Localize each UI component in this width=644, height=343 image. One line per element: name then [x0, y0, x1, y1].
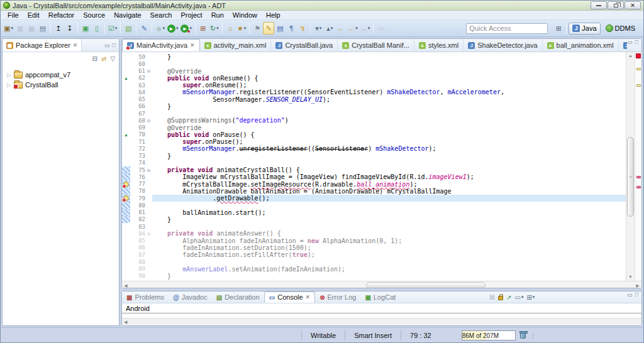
sdk-manager-button[interactable]: ▣ [80, 22, 91, 35]
horizontal-scrollbar[interactable]: ◀ ▶ [122, 281, 641, 288]
menu-refactor[interactable]: Refactor [44, 11, 79, 19]
code-line-61[interactable]: 61⊖ @Override [122, 68, 626, 75]
fold-collapse-icon[interactable]: ⊖ [145, 167, 152, 173]
prev-annotation-button[interactable]: ▴▾ [324, 22, 335, 35]
forward-history-button[interactable]: →▾ [359, 22, 372, 35]
minimize-view-icon[interactable]: ▭ [104, 42, 110, 48]
mark-occurrences-button[interactable]: ✎ [263, 22, 274, 35]
editor-tab-crystalball-manif-[interactable]: xCrystalBall Manif... [338, 39, 414, 52]
error-quickfix-icon[interactable] [123, 195, 129, 201]
scroll-lock-button[interactable] [498, 294, 503, 300]
warning-marker[interactable] [636, 84, 641, 87]
close-icon[interactable]: ✕ [190, 42, 195, 48]
scroll-right-icon[interactable]: ▶ [634, 281, 641, 288]
menu-source[interactable]: Source [79, 11, 109, 19]
tab-problems[interactable]: ▦Problems [122, 291, 169, 303]
menu-search[interactable]: Search [146, 11, 177, 19]
code-line-73[interactable]: 73 } [122, 153, 626, 160]
pin-console-button[interactable]: ↗ [506, 294, 511, 301]
code-line-71[interactable]: 71 super.onPause(); [122, 138, 626, 145]
code-line-79[interactable]: 79 .getDrawable(); [122, 195, 626, 202]
debug-button[interactable]: ☼▾ [154, 22, 166, 35]
vertical-scrollbar-thumb[interactable]: ≡ [627, 137, 634, 217]
next-annotation-button[interactable]: ▾▾ [313, 22, 324, 35]
tab-javadoc[interactable]: @Javadoc [169, 291, 212, 303]
perspective-ddms-button[interactable]: DDMS [602, 23, 639, 35]
restore-button[interactable] [608, 1, 624, 9]
back-history-button[interactable]: ←▾ [347, 22, 359, 35]
horizontal-scrollbar-thumb[interactable] [366, 282, 486, 288]
tab-declaration[interactable]: ▤Declaration [212, 291, 264, 303]
code-line-90[interactable]: 90 } [122, 273, 626, 280]
code-line-84[interactable]: 84⊖ private void animateAnswer() { [122, 230, 626, 237]
fold-collapse-icon[interactable]: ⊖ [145, 68, 152, 74]
tab-package-explorer[interactable]: ▦ Package Explorer ✕ [3, 39, 82, 52]
code-line-66[interactable]: 66 } [122, 103, 626, 110]
verify-toggle-button[interactable]: ☑▾ [107, 22, 118, 35]
code-line-83[interactable]: 83 [122, 223, 626, 230]
code-line-88[interactable]: 88 [122, 258, 626, 265]
code-line-82[interactable]: 82 } [122, 216, 626, 223]
maximize-view-icon[interactable]: □ [113, 42, 116, 48]
new-java-project-button[interactable]: ⊞ [197, 22, 209, 35]
code-line-85[interactable]: 85 AlphaAnimation fadeInAnimation = new … [122, 237, 626, 244]
code-line-77[interactable]: 77 mCrystalBallImage.setImageResource(R.… [122, 181, 626, 188]
avd-manager-button[interactable]: ▯ [91, 22, 103, 35]
error-quickfix-icon[interactable] [123, 182, 129, 187]
display-selected-console-button[interactable]: ▭▾ [514, 294, 523, 301]
code-line-81[interactable]: 81 ballAnimation.start(); [122, 209, 626, 216]
fold-collapse-icon[interactable]: ⊖ [145, 231, 152, 237]
fold-collapse-icon[interactable]: ⊖ [145, 117, 152, 124]
expand-arrow-icon[interactable]: ▷ [6, 82, 11, 88]
expand-arrow-icon[interactable]: ▷ [6, 72, 11, 78]
code-line-89[interactable]: 89 mAnswerLabel.setAnimation(fadeInAnima… [122, 266, 626, 273]
open-console-button[interactable]: ⊞▾ [526, 294, 535, 301]
warning-marker[interactable] [636, 68, 641, 70]
close-icon[interactable]: ✕ [73, 42, 78, 48]
quick-access-input[interactable] [466, 23, 548, 34]
code-line-75[interactable]: 75⊖ private void animateCrystalBall() { [122, 166, 626, 173]
minimize-view-icon[interactable]: ▭ [627, 291, 633, 303]
code-line-62[interactable]: ▲62 public void onResume() { [122, 75, 626, 82]
close-icon[interactable]: ✕ [306, 294, 311, 300]
collapse-all-icon[interactable]: ⊟ [92, 55, 97, 62]
tab-console[interactable]: ▭Console✕ [264, 291, 315, 303]
minimize-button[interactable] [591, 1, 607, 9]
new-android-xml-button[interactable]: ▧ [123, 22, 134, 35]
code-line-64[interactable]: 64 mSensorManager.registerListener((Sens… [122, 89, 626, 95]
editor-tab-ball-animation-xml[interactable]: xball_animation.xml [543, 39, 619, 52]
open-perspective-button[interactable]: ⊞ [553, 22, 564, 35]
export-signed-package-button[interactable]: ↥ [53, 22, 64, 35]
menu-file[interactable]: File [3, 11, 23, 19]
new-wizard-button[interactable]: ▣▾ [3, 22, 14, 35]
annotation-key-button[interactable]: ⚑ [252, 22, 263, 35]
maximize-view-icon[interactable]: □ [635, 39, 638, 52]
editor-tab-r-java[interactable]: JR.java [619, 39, 627, 52]
tree-item-appcompat_v7[interactable]: ▷appcompat_v7 [6, 70, 119, 80]
print-button[interactable]: ▤ [37, 22, 48, 35]
link-with-editor-icon[interactable]: ⇄ [101, 55, 106, 62]
code-line-63[interactable]: 63 super.onResume(); [122, 82, 626, 89]
code-line-74[interactable]: 74 [122, 160, 626, 166]
menu-window[interactable]: Window [228, 11, 262, 19]
editor-tab-shakedetector-java[interactable]: JShakeDetector.java [464, 39, 542, 52]
code-line-60[interactable]: 60 [122, 60, 626, 67]
code-line-80[interactable]: 80 [122, 202, 626, 209]
code-line-70[interactable]: ▲70 public void onPause() { [122, 131, 626, 138]
code-line-87[interactable]: 87 fadeInAnimation.setFillAfter(true); [122, 251, 626, 258]
scroll-up-icon[interactable]: ▲ [626, 52, 635, 60]
tree-item-crystalball[interactable]: ▷CrystalBall [6, 80, 119, 90]
maximize-view-icon[interactable]: □ [635, 291, 638, 303]
code-line-59[interactable]: 59 } [122, 53, 626, 60]
open-resource-button[interactable]: ⌂ [225, 22, 236, 35]
show-breadcrumb-toggle-button[interactable]: ▤ [274, 22, 286, 35]
error-global-marker[interactable] [636, 53, 641, 58]
import-package-button[interactable]: ↧ [64, 22, 75, 35]
show-whitespace-toggle-button[interactable]: ¶ [286, 22, 297, 35]
code-line-76[interactable]: 76 ImageView mCrystalBallImage = (ImageV… [122, 173, 626, 180]
code-line-67[interactable]: 67 [122, 110, 626, 117]
menu-navigate[interactable]: Navigate [109, 11, 145, 19]
editor-tab-crystalball-java[interactable]: JCrystalBall.java [271, 39, 338, 52]
error-marker[interactable] [636, 186, 641, 188]
console-horizontal-scrollbar[interactable]: ◀ [122, 318, 641, 325]
